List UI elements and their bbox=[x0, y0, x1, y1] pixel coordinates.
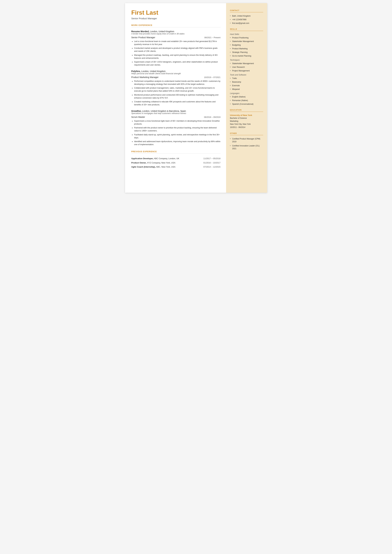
prev-exp-dates-3: 07/2014 – 12/2015 bbox=[185, 165, 221, 169]
contact-phone: +44 1234567890 bbox=[230, 18, 263, 21]
job-dates-1: 08/2021 – Present bbox=[204, 36, 220, 39]
name: First Last bbox=[131, 9, 221, 16]
technique-project-mgmt: Project Management bbox=[230, 69, 263, 72]
prev-exp-dates-2: 01/2016 – 10/2017 bbox=[185, 161, 221, 165]
tool-evernote: Evernote bbox=[230, 84, 263, 87]
tool-mixpanel: Mixpanel bbox=[230, 88, 263, 91]
contact-list: Bath, United Kingdom +44 1234567890 firs… bbox=[230, 14, 263, 25]
prev-exp-dates-1: 11/2017 – 05/2018 bbox=[185, 156, 221, 161]
tool-basecamp: Basecamp bbox=[230, 81, 263, 83]
techniques-list: Stakeholder Management User Research Pro… bbox=[230, 62, 263, 72]
bullet-1-1: Led a cross-functional team to create an… bbox=[131, 40, 221, 46]
edu-location: New York City, New York bbox=[230, 123, 251, 125]
edu-degree-text: Bachelor of Science bbox=[230, 117, 247, 119]
job-row-2: Product Marketing Manager 10/2019 – 07/2… bbox=[131, 76, 221, 78]
job-block-2: Polyhire, London, United Kingdom Helps p… bbox=[131, 70, 221, 106]
prev-exp-row-2: Product Owner, XYZ Company, New York, US… bbox=[131, 161, 221, 165]
skill-budgeting: Budgeting bbox=[230, 44, 263, 46]
techniques-label: Techniques: bbox=[230, 59, 263, 61]
resume-page: First Last Senior Product Manager WORK E… bbox=[125, 3, 267, 193]
company-name-1: Resume Worded, London, United Kingdom bbox=[131, 30, 221, 33]
tools-list: Trello Basecamp Evernote Mixpanel bbox=[230, 77, 263, 91]
technique-stakeholder: Stakeholder Management bbox=[230, 62, 263, 65]
work-experience-heading: WORK EXPERIENCE bbox=[131, 24, 221, 27]
bullet-3-2: Partnered with the product owner to prio… bbox=[131, 126, 221, 132]
bullets-3: Supervised a cross-functional Agile team… bbox=[131, 119, 221, 146]
company-bold-1: Resume Worded, bbox=[131, 30, 149, 33]
right-column: CONTACT Bath, United Kingdom +44 1234567… bbox=[226, 3, 267, 193]
job-dates-2: 10/2019 – 07/2021 bbox=[204, 76, 220, 78]
job-row-1: Senior Product Manager 08/2021 – Present bbox=[131, 36, 221, 39]
company-tagline-2: Helps personal and wealth clients build … bbox=[131, 72, 221, 75]
job-block-3: Growthsi, London, United Kingdom & Barce… bbox=[131, 110, 221, 146]
bullets-1: Led a cross-functional team to create an… bbox=[131, 40, 221, 66]
other-list: Certified Product Manager (CPM) 2019 Cer… bbox=[230, 137, 263, 150]
edu-school: University of New York bbox=[230, 114, 263, 116]
contact-email: first.last@gmail.com bbox=[230, 22, 263, 25]
edu-field: Marketing bbox=[230, 120, 238, 122]
company-bold-3: Growthsi, bbox=[131, 110, 142, 112]
company-rest-2: London, United Kingdom bbox=[141, 70, 166, 72]
languages-label: Languages: bbox=[230, 92, 263, 94]
education-heading: EDUCATION bbox=[230, 109, 263, 112]
bullet-1-4: Supervised a team of 30+ UX/UI designers… bbox=[131, 61, 221, 66]
language-romanian: Romanian (Native) bbox=[230, 99, 263, 102]
company-name-2: Polyhire, London, United Kingdom bbox=[131, 70, 221, 72]
job-block-1: Resume Worded, London, United Kingdom A … bbox=[131, 30, 221, 66]
bullet-3-4: Identified and addressed team dysfunctio… bbox=[131, 140, 221, 146]
prev-exp-title-3: Agile Coach (Internship), ABC, New York,… bbox=[131, 165, 185, 169]
hard-skills-label: Hard Skills: bbox=[230, 33, 263, 35]
job-title-2: Product Marketing Manager bbox=[131, 76, 159, 78]
job-title-1: Senior Product Manager bbox=[131, 36, 155, 39]
company-rest-1: London, United Kingdom bbox=[149, 30, 174, 33]
other-heading: OTHER bbox=[230, 132, 263, 135]
contact-location: Bath, United Kingdom bbox=[230, 14, 263, 17]
left-column: First Last Senior Product Manager WORK E… bbox=[125, 3, 226, 193]
bullet-3-3: Facilitated daily stand-up, sprint plann… bbox=[131, 133, 221, 139]
skill-product-positioning: Product Positioning bbox=[230, 36, 263, 39]
job-title-3: Scrum Master bbox=[131, 116, 145, 118]
bullet-1-3: Managed the product roadmap, backlog, an… bbox=[131, 54, 221, 60]
bullet-3-1: Supervised a cross-functional Agile team… bbox=[131, 119, 221, 126]
education-block: University of New York Bachelor of Scien… bbox=[230, 114, 263, 129]
tools-label: Tools and Software: bbox=[230, 74, 263, 76]
hard-skills-list: Product Positioning Stakeholder Manageme… bbox=[230, 36, 263, 57]
skill-gtm-planning: Go-to-market Planning bbox=[230, 55, 263, 57]
skill-strategic-planning: Strategic Planning bbox=[230, 51, 263, 54]
previous-experience-table: Application Developer, ABC Company, Lond… bbox=[131, 156, 221, 169]
edu-degree: Bachelor of Science Marketing New York C… bbox=[230, 117, 263, 129]
edu-dates: 10/2011 - 06/2014 bbox=[230, 126, 245, 128]
company-bold-2: Polyhire, bbox=[131, 70, 141, 72]
technique-user-research: User Research bbox=[230, 66, 263, 69]
skill-stakeholder-mgmt-hard: Stakeholder Management bbox=[230, 40, 263, 43]
prev-exp-row-3: Agile Coach (Internship), ABC, New York,… bbox=[131, 165, 221, 169]
company-name-3: Growthsi, London, United Kingdom & Barce… bbox=[131, 110, 221, 112]
other-cil: Certified Innovation Leader (CIL) 2021 bbox=[230, 144, 263, 150]
bullet-2-3: Monitored product performance and conduc… bbox=[131, 93, 221, 99]
language-english: English (Native) bbox=[230, 95, 263, 98]
skills-heading: SKILLS bbox=[230, 28, 263, 31]
bullet-2-4: Created marketing collateral to educate … bbox=[131, 100, 221, 106]
bullets-2: Performed competitive analysis to unders… bbox=[131, 80, 221, 106]
prev-exp-title-2: Product Owner, XYZ Company, New York, US… bbox=[131, 161, 185, 165]
language-spanish: Spanish (Conversational) bbox=[230, 103, 263, 105]
bullet-2-1: Performed competitive analysis to unders… bbox=[131, 80, 221, 86]
prev-exp-row-1: Application Developer, ABC Company, Lond… bbox=[131, 156, 221, 161]
prev-exp-title-1: Application Developer, ABC Company, Lond… bbox=[131, 156, 185, 161]
job-row-3: Scrum Master 06/2018 – 09/2019 bbox=[131, 116, 221, 118]
other-cpm: Certified Product Manager (CPM) 2019 bbox=[230, 137, 263, 143]
tool-trello: Trello bbox=[230, 77, 263, 80]
contact-heading: CONTACT bbox=[230, 9, 263, 12]
company-tagline-3: Specializes in mortgages that help custo… bbox=[131, 112, 221, 114]
job-title: Senior Product Manager bbox=[131, 17, 221, 20]
bullet-2-2: Collaborated with product management, sa… bbox=[131, 87, 221, 92]
previous-experience-heading: PREVIOUS EXPERIENCE bbox=[131, 150, 221, 154]
bullet-1-2: Conducted market analysis and developed … bbox=[131, 47, 221, 53]
languages-list: English (Native) Romanian (Native) Spani… bbox=[230, 95, 263, 105]
job-dates-3: 06/2018 – 09/2019 bbox=[204, 116, 220, 118]
company-tagline-1: A lender that provides home equity lines… bbox=[131, 33, 221, 35]
company-rest-3: London, United Kingdom & Barcelona, Spai… bbox=[141, 110, 186, 112]
skill-product-marketing: Product Marketing bbox=[230, 47, 263, 50]
